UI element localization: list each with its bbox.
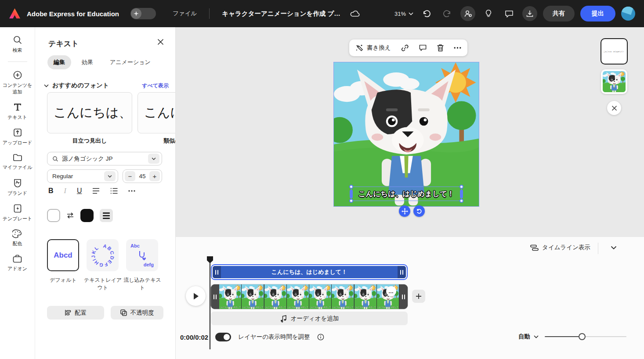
play-button[interactable] — [186, 286, 206, 306]
adjust-duration-toggle[interactable] — [215, 333, 231, 341]
collaborators-button[interactable] — [460, 6, 475, 21]
playhead-marker[interactable] — [207, 256, 213, 263]
playhead-line[interactable] — [210, 258, 210, 349]
submit-button[interactable]: 提出 — [580, 6, 615, 22]
sidebar-item-my-files[interactable]: マイファイル — [1, 153, 34, 170]
show-all-link[interactable]: すべて表示 — [142, 82, 169, 90]
timeline-view-toggle[interactable]: タイムライン表示 — [530, 244, 590, 251]
more-format-button[interactable] — [128, 190, 135, 192]
sidebar-item-text[interactable]: テキスト — [1, 102, 34, 120]
sidebar-item-upload[interactable]: アップロード — [1, 128, 34, 146]
add-clip-button[interactable] — [412, 290, 425, 303]
size-increase-button[interactable]: + — [149, 171, 160, 181]
move-button[interactable] — [399, 205, 410, 217]
delete-button[interactable] — [437, 44, 444, 52]
zoom-level-dropdown[interactable]: 31% — [394, 11, 413, 17]
clip-more-button[interactable]: … — [386, 286, 396, 296]
link-button[interactable] — [401, 44, 409, 52]
stroke-width-button[interactable] — [100, 209, 113, 222]
font-card-heading[interactable]: こんにちは、 — [47, 92, 132, 133]
panel-tabs: 編集 効果 アニメーション — [47, 55, 157, 69]
rotate-button[interactable] — [413, 205, 425, 217]
tab-edit[interactable]: 編集 — [47, 55, 71, 69]
selection-handle[interactable] — [349, 185, 353, 189]
download-button[interactable] — [522, 6, 537, 21]
add-audio-button[interactable]: オーディオを追加 — [211, 312, 408, 325]
style-card-default[interactable]: Abcd — [47, 239, 79, 271]
underline-button[interactable]: U — [77, 187, 82, 195]
close-icon[interactable] — [157, 39, 164, 45]
undo-button[interactable] — [419, 6, 434, 21]
comment-button[interactable] — [419, 44, 427, 52]
user-avatar[interactable] — [621, 7, 635, 21]
sidebar-item-search[interactable]: 検索 — [1, 35, 34, 53]
stroke-color-swatch[interactable] — [80, 209, 94, 222]
sidebar-item-colors[interactable]: 配色 — [1, 229, 34, 247]
file-menu[interactable]: ファイル — [173, 10, 197, 18]
arrange-button[interactable]: 配置 — [47, 306, 104, 320]
sidebar-item-addons[interactable]: アドオン — [1, 255, 34, 272]
beta-toggle[interactable] — [130, 8, 156, 19]
selection-handle[interactable] — [459, 185, 463, 189]
suggestions-button[interactable] — [481, 6, 496, 21]
info-icon[interactable] — [317, 334, 324, 341]
opacity-button[interactable]: 不透明度 — [111, 306, 163, 320]
filmstrip-frame[interactable]: こんにちは、はじめまして！ — [355, 284, 377, 309]
canvas-artboard[interactable]: こんにちは、はじめまして！ — [334, 62, 479, 206]
share-button[interactable]: 共有 — [543, 6, 575, 22]
style-card-flow-text[interactable]: Abc defg — [126, 239, 158, 271]
swap-colors-icon[interactable] — [66, 212, 74, 219]
sidebar-item-add-content[interactable]: コンテンツを追加 — [1, 70, 34, 95]
comment-button[interactable] — [502, 6, 517, 21]
page-thumbnail-text[interactable]: こんにちは、はじめまして！ — [601, 38, 628, 65]
chevron-down-icon[interactable] — [44, 84, 49, 87]
fill-color-swatch[interactable] — [47, 209, 60, 222]
selection-side-handle[interactable] — [350, 190, 353, 198]
font-family-select[interactable]: 源ノ角ゴシック JP — [47, 152, 162, 165]
trim-handle-right[interactable] — [399, 284, 408, 309]
trim-handle-left[interactable] — [213, 266, 221, 278]
tab-effects[interactable]: 効果 — [76, 55, 99, 69]
filmstrip-frame[interactable]: こんにちは、はじめまして！ — [332, 284, 354, 309]
selection-side-handle[interactable] — [460, 190, 463, 198]
document-title[interactable]: キャラクターアニメーションを作成 プ… — [222, 10, 340, 18]
slider-handle[interactable] — [579, 333, 586, 340]
scene-image — [334, 62, 479, 206]
text-clip-selected[interactable]: こんにちは、はじめまして！ — [211, 264, 408, 280]
more-options-button[interactable] — [454, 47, 461, 49]
page-thumbnail-scene[interactable] — [601, 69, 627, 94]
redo-button[interactable] — [440, 6, 455, 21]
sidebar-item-brand[interactable]: ブランド — [1, 178, 34, 196]
filmstrip-frame[interactable]: こんにちは、はじめまして！ — [242, 284, 264, 309]
style-card-text-layout[interactable]: ABCDEFGHIJKL — [87, 239, 119, 271]
rewrite-button[interactable]: 書き換え — [355, 44, 391, 52]
italic-button[interactable]: I — [64, 187, 66, 195]
font-style-select[interactable]: Regular — [47, 169, 118, 183]
collapse-timeline-button[interactable] — [611, 246, 617, 250]
close-icon[interactable] — [607, 101, 621, 115]
filmstrip-frame[interactable]: こんにちは、はじめまして！ — [287, 284, 309, 309]
trim-handle-left[interactable] — [211, 284, 219, 309]
size-decrease-button[interactable]: − — [125, 171, 135, 181]
list-button[interactable] — [110, 188, 118, 194]
selection-handle[interactable] — [349, 199, 353, 203]
timeline-zoom-slider[interactable] — [545, 333, 626, 340]
filmstrip-frame[interactable]: こんにちは、はじめまして！ — [219, 284, 242, 309]
tab-animation[interactable]: アニメーション — [104, 55, 157, 69]
video-clip[interactable]: こんにちは、はじめまして！こんにちは、はじめまして！こんにちは、はじめまして！こ… — [211, 284, 408, 309]
selection-handle[interactable] — [459, 199, 463, 203]
format-row: B I U — [48, 187, 135, 195]
link-icon — [401, 44, 409, 52]
caption-selection[interactable]: こんにちは、はじめまして！ — [351, 187, 462, 201]
align-button[interactable] — [92, 188, 100, 194]
filmstrip-frame[interactable]: こんにちは、はじめまして！ — [309, 284, 332, 309]
filmstrip-frame[interactable]: こんにちは、はじめまして！ — [264, 284, 287, 309]
sidebar-item-templates[interactable]: テンプレート — [1, 204, 34, 222]
canvas-caption-text[interactable]: こんにちは、はじめまして！ — [358, 189, 455, 199]
font-card-label: 類似のフォント — [163, 137, 176, 145]
adobe-express-logo[interactable] — [9, 8, 21, 19]
trim-handle-right[interactable] — [398, 266, 406, 278]
font-card-similar[interactable]: こんにちは、 — [137, 92, 176, 133]
auto-zoom-dropdown[interactable]: 自動 — [518, 333, 539, 341]
bold-button[interactable]: B — [48, 187, 54, 195]
